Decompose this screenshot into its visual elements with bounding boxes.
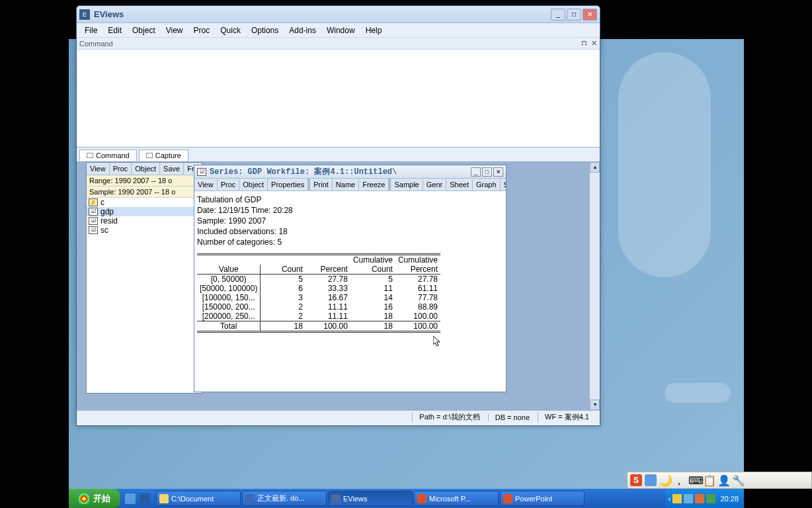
name-button[interactable]: Name [333, 179, 359, 190]
app-icon: E [79, 9, 90, 20]
close-button[interactable]: ✕ [583, 9, 597, 21]
stats-button[interactable]: Stats [501, 179, 506, 190]
menu-window[interactable]: Window [321, 24, 360, 36]
ime-language-bar[interactable]: S 🌙 ， ⌨ 📋 👤 🔧 [627, 472, 812, 489]
maximize-button[interactable]: □ [567, 9, 581, 21]
tab-command[interactable]: Command [79, 149, 137, 161]
ie-icon[interactable] [140, 493, 150, 504]
command-input[interactable] [77, 50, 600, 148]
task-btn-word[interactable]: 正文最新. do... [242, 491, 327, 506]
tray-icon[interactable] [684, 494, 693, 503]
table-total-row: Total18100.0018100.00 [197, 321, 440, 332]
tabulation-table: CumulativeCumulative ValueCountPercentCo… [197, 253, 440, 333]
list-item[interactable]: ☑gdp [87, 207, 202, 216]
workfile-sample: Sample: 1990 2007 -- 18 o [87, 187, 202, 198]
col-percent: Percent [305, 265, 350, 275]
task-btn-powerpoint[interactable]: Microsoft P... [414, 491, 499, 506]
desktop-decoration [618, 52, 711, 277]
scroll-down-icon[interactable]: ▾ [590, 400, 600, 410]
menu-addins[interactable]: Add-ins [284, 24, 321, 36]
tray-icon[interactable] [672, 494, 682, 503]
ime-sogou-icon[interactable]: S [630, 474, 642, 486]
genr-button[interactable]: Genr [423, 179, 446, 190]
ime-wrench-icon[interactable]: 🔧 [732, 474, 744, 486]
workspace-area: ▴ ▾ View Proc Object Save Free Range: 19… [77, 162, 600, 410]
eviews-main-window: E EViews _ □ ✕ File Edit Object View Pro… [76, 5, 600, 426]
ime-pad-icon[interactable]: 📋 [703, 474, 715, 486]
command-pane-header: Command ⊓ ✕ [77, 38, 600, 50]
col-count: Count [261, 265, 305, 275]
menu-object[interactable]: Object [127, 24, 161, 36]
maximize-button[interactable]: □ [482, 167, 492, 177]
tabulation-view: Tabulation of GDP Date: 12/19/15 Time: 2… [194, 191, 506, 337]
list-item[interactable]: ☑resid [87, 216, 202, 226]
table-row: [0, 50000)527.78527.78 [197, 275, 440, 284]
menu-edit[interactable]: Edit [102, 24, 127, 36]
ime-icon[interactable] [645, 474, 657, 486]
task-btn-eviews[interactable]: EViews [328, 491, 413, 506]
word-icon [245, 494, 255, 503]
statusbar: Path = d:\我的文档 DB = none WF = 案例4.1 [77, 410, 600, 423]
tray-chevron-icon[interactable]: ‹ [669, 495, 671, 503]
coef-icon: β [89, 198, 98, 206]
table-row: [200000, 250...211.1118100.00 [197, 312, 440, 321]
table-row: [100000, 150...316.671477.78 [197, 293, 440, 302]
desktop-decoration [665, 383, 731, 403]
status-path: Path = d:\我的文档 [412, 412, 486, 422]
taskbar: 开始 C:\Document 正文最新. do... EViews Micros… [69, 489, 744, 508]
menu-quick[interactable]: Quick [215, 24, 246, 36]
eviews-icon [331, 494, 341, 503]
print-button[interactable]: Print [308, 179, 333, 190]
windows-logo-icon [79, 493, 89, 504]
series-titlebar[interactable]: ☑ Series: GDP Workfile: 案例4.1::Untitled\… [194, 165, 506, 179]
close-pane-icon[interactable]: ✕ [591, 39, 597, 48]
menu-file[interactable]: File [79, 24, 102, 36]
list-item[interactable]: ☑sc [87, 226, 202, 235]
object-button[interactable]: Object [239, 179, 268, 190]
proc-button[interactable]: Proc [218, 179, 240, 190]
minimize-button[interactable]: _ [551, 9, 565, 21]
menu-options[interactable]: Options [246, 24, 284, 36]
powerpoint-icon [503, 494, 512, 503]
list-item[interactable]: βc [87, 198, 202, 207]
close-button[interactable]: ✕ [493, 167, 503, 177]
freeze-button[interactable]: Freeze [359, 179, 389, 190]
wf-proc-button[interactable]: Proc [110, 163, 132, 175]
menu-help[interactable]: Help [360, 24, 387, 36]
scroll-up-icon[interactable]: ▴ [590, 162, 600, 173]
workspace-scrollbar[interactable]: ▴ ▾ [589, 162, 600, 410]
series-window: ☑ Series: GDP Workfile: 案例4.1::Untitled\… [194, 165, 507, 392]
tab-capture[interactable]: Capture [139, 149, 188, 161]
wf-save-button[interactable]: Save [160, 163, 184, 175]
task-btn-explorer[interactable]: C:\Document [156, 491, 241, 506]
show-desktop-icon[interactable] [125, 493, 136, 504]
titlebar[interactable]: E EViews _ □ ✕ [77, 6, 600, 23]
pin-icon[interactable]: ⊓ [581, 39, 587, 48]
graph-button[interactable]: Graph [473, 179, 501, 190]
tab-icon [146, 153, 153, 158]
taskbar-clock[interactable]: 20:28 [717, 495, 741, 503]
wf-view-button[interactable]: View [87, 163, 110, 175]
workfile-toolbar: View Proc Object Save Free [87, 163, 202, 175]
tab-info-line: Sample: 1990 2007 [197, 216, 503, 226]
start-button[interactable]: 开始 [69, 489, 121, 508]
tab-info-line: Tabulation of GDP [197, 195, 503, 204]
ime-keyboard-icon[interactable]: ⌨ [688, 474, 700, 486]
menu-proc[interactable]: Proc [188, 24, 216, 36]
tray-icon[interactable] [695, 494, 704, 503]
sample-button[interactable]: Sample [389, 179, 423, 190]
properties-button[interactable]: Properties [268, 179, 308, 190]
view-button[interactable]: View [194, 179, 218, 190]
tab-info-line: Number of categories: 5 [197, 237, 503, 247]
menu-view[interactable]: View [161, 24, 188, 36]
wf-object-button[interactable]: Object [132, 163, 160, 175]
series-toolbar: View Proc Object Properties Print Name F… [194, 179, 506, 191]
sheet-button[interactable]: Sheet [446, 179, 473, 190]
ime-punct-icon[interactable]: ， [674, 474, 686, 486]
workfile-object-list: βc ☑gdp ☑resid ☑sc [87, 198, 202, 235]
ime-moon-icon[interactable]: 🌙 [659, 474, 671, 486]
tray-icon[interactable] [706, 494, 715, 503]
task-btn-powerpoint2[interactable]: PowerPoint [500, 491, 585, 506]
ime-user-icon[interactable]: 👤 [717, 474, 729, 486]
minimize-button[interactable]: _ [471, 167, 481, 177]
